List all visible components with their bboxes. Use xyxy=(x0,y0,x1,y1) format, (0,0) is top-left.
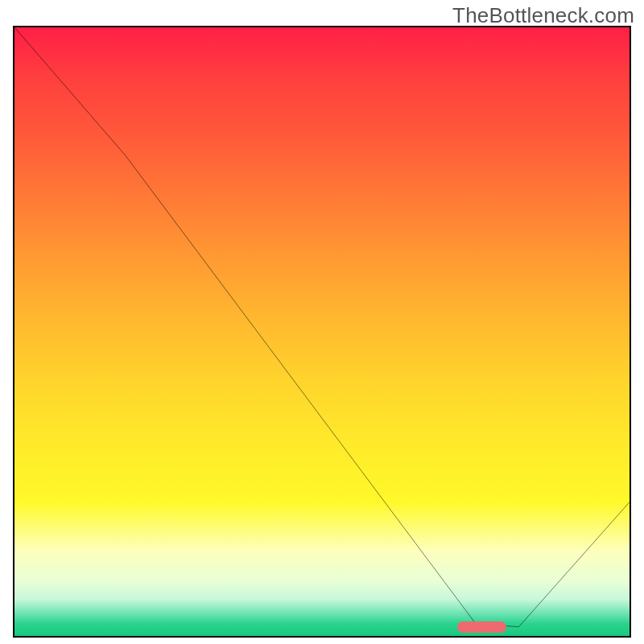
watermark-text: TheBottleneck.com xyxy=(452,3,634,28)
curve-line xyxy=(14,27,630,627)
curve-svg xyxy=(14,27,630,636)
plot-area xyxy=(13,26,631,638)
chart-container: TheBottleneck.com xyxy=(0,0,644,644)
highlight-marker xyxy=(457,621,506,633)
